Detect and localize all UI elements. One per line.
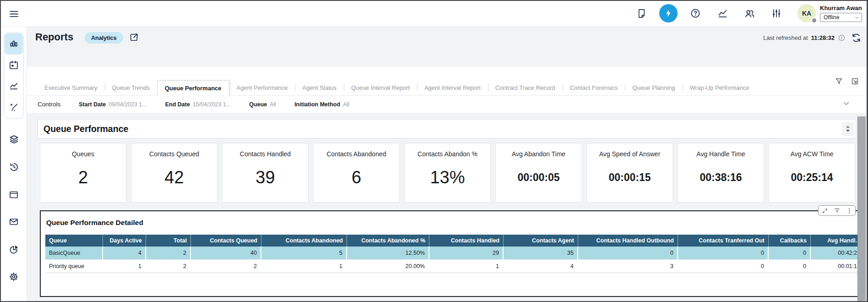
tab-queue-performance[interactable]: Queue Performance xyxy=(157,80,229,96)
tab-queue-trends[interactable]: Queue Trends xyxy=(105,80,157,95)
kpi-card-avg-abandon-time: Avg Abandon Time 00:00:05 xyxy=(495,143,582,203)
widget-toolbar xyxy=(818,205,856,216)
sidebar-item-history[interactable] xyxy=(4,157,23,176)
page-title: Reports xyxy=(35,31,73,43)
section-scroll-spinner[interactable] xyxy=(842,122,854,136)
tab-agent-interval-report[interactable]: Agent Interval Report xyxy=(417,80,488,95)
section-title: Queue Performance xyxy=(38,120,856,138)
column-header[interactable]: Callbacks xyxy=(769,235,811,247)
top-bar-actions: KA Khurram Awan Offline xyxy=(624,4,862,22)
kebab-menu-icon[interactable] xyxy=(846,208,852,214)
tab-executive-summary[interactable]: Executive Summary xyxy=(37,80,105,95)
column-header[interactable]: Contacts Queued xyxy=(191,235,261,247)
kpi-card-contacts-queued: Contacts Queued 42 xyxy=(131,143,217,203)
sidebar-item-bar-chart[interactable] xyxy=(5,33,23,55)
tab-wrap-up-performance[interactable]: Wrap-Up Performance xyxy=(683,80,757,95)
sidebar-item-layers[interactable] xyxy=(4,130,23,149)
avatar[interactable]: KA xyxy=(797,4,816,22)
flash-icon[interactable] xyxy=(659,4,678,22)
main-content: Reports Analytics Last refreshed at 11:2… xyxy=(27,27,867,301)
sidebar-item-line-chart[interactable] xyxy=(5,76,23,97)
export-icon[interactable] xyxy=(851,77,859,88)
status-value: Offline xyxy=(824,14,839,21)
expand-icon[interactable] xyxy=(822,208,828,214)
kpi-card-contacts-abandoned: Contacts Abandoned 6 xyxy=(313,143,400,203)
spinner-down-icon[interactable] xyxy=(846,130,850,132)
table-row-priority-queue[interactable]: Priority queue 1 2 2 1 20.00% 1 4 3 0 0 … xyxy=(45,260,857,273)
pie-chart-icon xyxy=(8,244,20,255)
calendar-icon xyxy=(8,60,19,71)
queue-performance-detailed-panel: Queue Performance Detailed Queue Days Ac… xyxy=(40,210,858,297)
tab-contract-trace-record[interactable]: Contract Trace Record xyxy=(488,80,563,95)
filter-start-date[interactable]: Start Date 09/04/2023 1... xyxy=(79,101,146,108)
table-header-row: Queue Days Active Total Contacts Queued … xyxy=(45,235,857,247)
section-header: Queue Performance xyxy=(38,119,856,138)
sidebar-item-calendar[interactable] xyxy=(5,55,23,76)
sidebar-item-mail[interactable] xyxy=(4,212,23,231)
sidebar-item-window[interactable] xyxy=(4,185,23,204)
tab-agent-status[interactable]: Agent Status xyxy=(295,80,344,95)
window-icon xyxy=(8,189,19,200)
column-header[interactable]: Contacts Handled Outbound xyxy=(578,235,678,247)
chevron-down-icon xyxy=(854,15,859,20)
filter-icon[interactable] xyxy=(835,77,843,88)
column-header[interactable]: Days Active xyxy=(103,235,146,247)
column-header[interactable]: Queue xyxy=(45,235,103,247)
filter-end-date[interactable]: End Date 15/04/2023 1... xyxy=(165,101,231,108)
metrics-icon[interactable] xyxy=(713,4,732,22)
status-dot xyxy=(811,17,817,23)
widget-filter-icon[interactable] xyxy=(834,208,840,214)
gear-icon xyxy=(8,271,19,282)
column-header[interactable]: Total xyxy=(146,235,191,247)
kpi-card-avg-handle-time: Avg Handle Time 00:38:16 xyxy=(678,143,764,203)
kpi-card-queues: Queues 2 xyxy=(40,143,126,203)
column-header[interactable]: Contacts Handled xyxy=(429,235,504,247)
hamburger-icon[interactable] xyxy=(6,6,22,22)
info-icon[interactable] xyxy=(838,34,846,42)
status-select[interactable]: Offline xyxy=(820,13,862,22)
last-refreshed: Last refreshed at 11:28:32 xyxy=(763,34,846,42)
kpi-card-contacts-handled: Contacts Handled 39 xyxy=(222,143,309,203)
vertical-scrollbar[interactable] xyxy=(857,116,866,301)
design-brush-icon xyxy=(8,102,19,113)
controls-label: Controls xyxy=(38,101,60,108)
tabs-band: Executive Summary Queue Trends Queue Per… xyxy=(27,67,867,113)
tab-bar: Executive Summary Queue Trends Queue Per… xyxy=(37,80,756,95)
tab-queue-interval-report[interactable]: Queue Interval Report xyxy=(344,80,417,95)
column-header[interactable]: Avg Handl. xyxy=(811,235,857,247)
history-icon xyxy=(8,161,20,173)
column-header[interactable]: Contacts Abandoned % xyxy=(347,235,429,247)
controls-collapse-icon[interactable] xyxy=(842,99,850,109)
kpi-card-contacts-abandon-pct: Contacts Abandon % 13% xyxy=(404,143,491,203)
bar-chart-icon xyxy=(8,38,19,49)
filter-initiation-method[interactable]: Initiation Method All xyxy=(294,101,349,108)
app-window: KA Khurram Awan Offline xyxy=(0,0,868,302)
column-header[interactable]: Contacts Agent xyxy=(504,235,578,247)
help-icon[interactable] xyxy=(686,4,705,22)
analytics-badge: Analytics xyxy=(85,32,123,44)
user-name: Khurram Awan xyxy=(820,5,862,11)
column-header[interactable]: Contacts Tranferred Out xyxy=(678,235,769,247)
tab-contact-forensics[interactable]: Contact Forensics xyxy=(563,80,625,95)
users-icon[interactable] xyxy=(740,4,759,22)
tab-queue-planning[interactable]: Queue Planning xyxy=(625,80,682,95)
sidebar-item-pie-chart[interactable] xyxy=(4,240,23,259)
sidebar-item-settings[interactable] xyxy=(4,267,23,286)
kpi-card-avg-speed-of-answer: Avg Speed of Answer 00:00:15 xyxy=(586,143,673,203)
top-bar: KA Khurram Awan Offline xyxy=(1,1,867,27)
tab-agent-performance[interactable]: Agent Performance xyxy=(229,80,295,95)
spinner-up-icon[interactable] xyxy=(846,126,850,128)
detail-table: Queue Days Active Total Contacts Queued … xyxy=(45,235,857,273)
kpi-card-avg-acw-time: Avg ACW Time 00:25:14 xyxy=(769,143,855,203)
table-row-basicqueue[interactable]: BasicQueue 4 2 40 5 12.50% 29 35 0 0 0 0… xyxy=(45,247,857,260)
refresh-icon[interactable] xyxy=(851,32,862,45)
notepad-icon[interactable] xyxy=(632,4,651,22)
table-title: Queue Performance Detailed xyxy=(46,219,143,227)
column-header[interactable]: Contacts Abandoned xyxy=(261,235,347,247)
sidebar xyxy=(1,27,27,301)
filter-queue[interactable]: Queue All xyxy=(249,101,276,108)
last-refreshed-label: Last refreshed at xyxy=(763,34,808,41)
external-link-icon[interactable] xyxy=(129,32,139,44)
settings-sliders-icon[interactable] xyxy=(767,4,786,22)
sidebar-item-design[interactable] xyxy=(5,97,23,118)
